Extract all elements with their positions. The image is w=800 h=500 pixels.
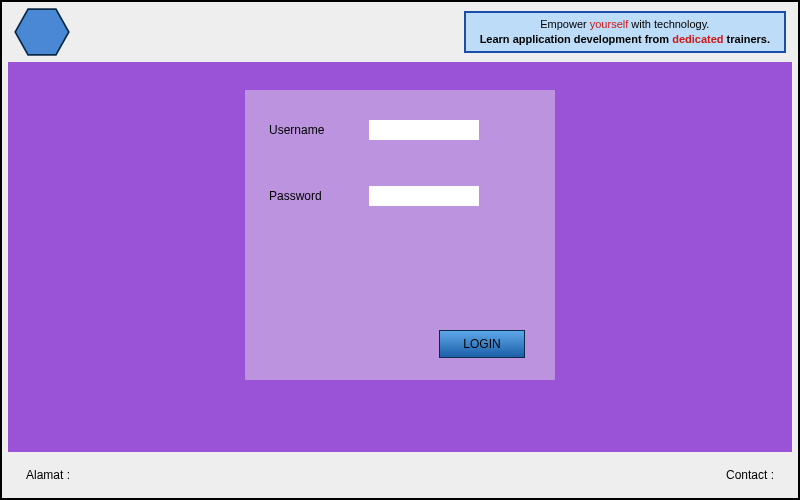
hexagon-icon <box>14 8 70 56</box>
footer: Alamat : Contact : <box>2 452 798 498</box>
login-card: Username Password LOGIN <box>245 90 555 380</box>
svg-marker-0 <box>15 9 69 55</box>
main-area: Username Password LOGIN <box>2 62 798 452</box>
header: Empower yourself with technology. Learn … <box>2 2 798 62</box>
banner-line2-pre: Learn application development from <box>480 33 673 45</box>
banner-line1-pre: Empower <box>540 18 590 30</box>
content-background: Username Password LOGIN <box>8 62 792 452</box>
banner-line1-post: with technology. <box>628 18 709 30</box>
username-input[interactable] <box>369 120 479 140</box>
promo-banner: Empower yourself with technology. Learn … <box>464 11 786 54</box>
banner-line2-post: trainers. <box>724 33 770 45</box>
password-label: Password <box>269 189 369 203</box>
username-label: Username <box>269 123 369 137</box>
banner-line1-highlight: yourself <box>590 18 629 30</box>
footer-contact-label: Contact : <box>726 468 774 482</box>
login-button[interactable]: LOGIN <box>439 330 525 358</box>
password-input[interactable] <box>369 186 479 206</box>
banner-line2-highlight: dedicated <box>672 33 723 45</box>
footer-address-label: Alamat : <box>26 468 70 482</box>
